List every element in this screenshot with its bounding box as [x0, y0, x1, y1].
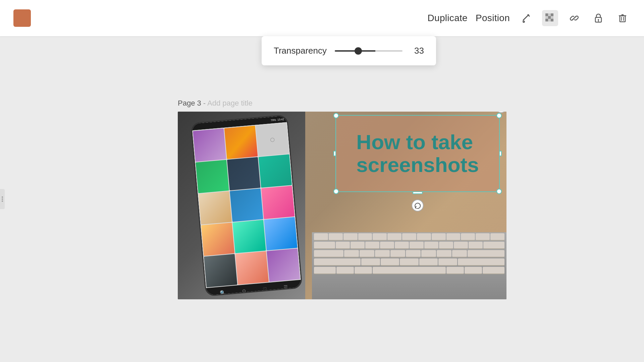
transparency-slider[interactable]	[335, 50, 402, 52]
lock-icon-button[interactable]	[590, 10, 606, 26]
checkerboard-icon-button[interactable]	[542, 10, 558, 26]
left-panel-handle[interactable]	[0, 189, 5, 209]
svg-rect-6	[551, 16, 553, 19]
phone-screen: 79% 13:42	[192, 116, 302, 296]
svg-rect-7	[545, 19, 548, 21]
text-line-1: How to take	[356, 130, 473, 154]
svg-rect-3	[551, 13, 553, 16]
phone-thumb	[204, 254, 237, 288]
phone-thumb	[224, 126, 258, 159]
paint-icon	[521, 13, 531, 23]
phone-thumb	[193, 128, 226, 162]
svg-rect-9	[551, 19, 553, 21]
keyboard-area	[312, 232, 506, 299]
svg-rect-5	[548, 16, 551, 19]
selected-text-box[interactable]: How to take screenshots	[335, 115, 500, 192]
phone-thumb	[198, 191, 232, 225]
handle-top-right[interactable]	[496, 113, 502, 118]
link-icon-button[interactable]	[566, 10, 582, 26]
phone-thumb	[267, 248, 300, 282]
phone-thumb	[259, 154, 292, 188]
paint-icon-button[interactable]	[518, 10, 534, 26]
canvas-area: Page 3 - Add page title	[0, 36, 644, 362]
logo-button[interactable]	[13, 9, 31, 27]
phone-thumb	[230, 188, 263, 222]
toolbar: Duplicate Position	[0, 0, 644, 36]
phone-thumb	[196, 160, 229, 193]
transparency-label: Transparency	[274, 46, 327, 56]
handle-bottom-middle[interactable]	[413, 191, 423, 194]
position-button[interactable]: Position	[476, 13, 510, 23]
svg-point-18	[2, 200, 3, 202]
page-title-placeholder[interactable]: Add page title	[207, 99, 253, 107]
text-box-text[interactable]: How to take screenshots	[356, 131, 479, 176]
transparency-value: 33	[411, 46, 424, 56]
text-box-content: How to take screenshots	[336, 116, 499, 191]
link-icon	[569, 13, 580, 23]
svg-rect-4	[545, 16, 548, 19]
svg-rect-8	[548, 19, 551, 21]
checkerboard-icon	[545, 13, 555, 23]
transparency-slider-container	[335, 50, 402, 52]
phone-thumb	[232, 220, 266, 253]
phone-thumb	[201, 223, 235, 256]
handle-top-left[interactable]	[333, 113, 339, 118]
page-separator: -	[203, 99, 207, 107]
slide-canvas[interactable]: 79% 13:42	[178, 112, 506, 299]
duplicate-button[interactable]: Duplicate	[428, 13, 468, 23]
svg-point-17	[2, 198, 3, 200]
svg-point-0	[523, 20, 524, 22]
handle-bottom-right[interactable]	[496, 189, 502, 194]
trash-icon-button[interactable]	[614, 10, 631, 26]
panel-handle-icon	[1, 195, 4, 203]
phone-thumb	[261, 186, 295, 219]
svg-point-16	[2, 196, 3, 198]
page-label: Page 3 - Add page title	[178, 99, 506, 108]
svg-rect-13	[620, 16, 625, 22]
trash-icon	[617, 13, 628, 23]
text-line-2: screenshots	[356, 153, 479, 176]
svg-rect-1	[545, 13, 548, 16]
svg-rect-2	[548, 13, 551, 16]
phone-thumb	[256, 123, 289, 157]
rotate-handle-bottom[interactable]	[412, 199, 424, 212]
phone-thumb	[235, 251, 269, 285]
page-number: Page 3	[178, 99, 201, 107]
transparency-popup: Transparency 33	[262, 36, 436, 65]
phone-thumb	[227, 157, 261, 191]
handle-middle-right[interactable]	[499, 151, 502, 156]
rotate-bottom-icon	[414, 202, 421, 209]
handle-bottom-left[interactable]	[333, 189, 339, 194]
phone-photo-grid	[192, 122, 301, 288]
phone-mockup: 79% 13:42	[191, 114, 303, 296]
handle-middle-left[interactable]	[333, 151, 336, 156]
toolbar-right: Duplicate Position	[428, 10, 631, 26]
phone-thumb	[264, 217, 298, 251]
lock-icon	[593, 13, 604, 23]
page-container: Page 3 - Add page title	[178, 99, 506, 299]
